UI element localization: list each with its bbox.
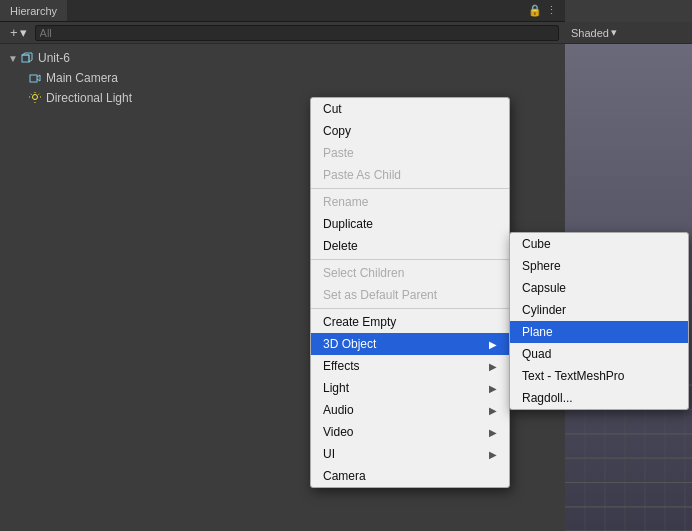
effects-label: Effects [323,359,359,373]
select-children-label: Select Children [323,266,404,280]
sphere-label: Sphere [522,259,561,273]
menu-item-effects[interactable]: Effects ▶ [311,355,509,377]
hierarchy-item-unit6[interactable]: ▼ Unit-6 [0,48,565,68]
svg-line-8 [39,94,40,95]
submenu-item-cube[interactable]: Cube [510,233,688,255]
menu-item-rename[interactable]: Rename [311,191,509,213]
light-label: Light [323,381,349,395]
hierarchy-label: Hierarchy [10,5,57,17]
svg-rect-1 [30,75,37,82]
shaded-arrow: ▾ [611,26,617,39]
expand-arrow: ▼ [8,53,20,64]
hierarchy-tab[interactable]: Hierarchy [0,0,67,21]
plane-label: Plane [522,325,553,339]
lock-icon[interactable]: 🔒 [528,4,542,17]
menu-item-light[interactable]: Light ▶ [311,377,509,399]
menu-item-paste[interactable]: Paste [311,142,509,164]
light-icon [28,91,42,105]
top-bar-actions: 🔒 ⋮ [528,4,565,17]
paste-label: Paste [323,146,354,160]
menu-item-video[interactable]: Video ▶ [311,421,509,443]
svg-line-7 [31,94,32,95]
dropdown-arrow: ▾ [20,25,27,40]
submenu-item-ragdoll[interactable]: Ragdoll... [510,387,688,409]
menu-item-audio[interactable]: Audio ▶ [311,399,509,421]
submenu-item-quad[interactable]: Quad [510,343,688,365]
camera-label: Camera [323,469,366,483]
hierarchy-toolbar: + ▾ [0,22,565,44]
3d-object-label: 3D Object [323,337,376,351]
create-empty-label: Create Empty [323,315,396,329]
duplicate-label: Duplicate [323,217,373,231]
top-bar: Hierarchy 🔒 ⋮ [0,0,565,22]
item-label: Directional Light [46,91,132,105]
paste-child-label: Paste As Child [323,168,401,182]
effects-arrow: ▶ [489,361,497,372]
hierarchy-item-maincamera[interactable]: Main Camera [0,68,565,88]
separator-1 [311,188,509,189]
quad-label: Quad [522,347,551,361]
capsule-label: Capsule [522,281,566,295]
shaded-dropdown[interactable]: Shaded ▾ [571,26,617,39]
text-textmeshpro-label: Text - TextMeshPro [522,369,624,383]
add-button[interactable]: + ▾ [6,23,31,42]
menu-item-delete[interactable]: Delete [311,235,509,257]
separator-3 [311,308,509,309]
menu-item-select-children[interactable]: Select Children [311,262,509,284]
add-label: + [10,25,18,40]
menu-item-create-empty[interactable]: Create Empty [311,311,509,333]
cut-label: Cut [323,102,342,116]
submenu-item-text-textmeshpro[interactable]: Text - TextMeshPro [510,365,688,387]
context-menu[interactable]: Cut Copy Paste Paste As Child Rename Dup… [310,97,510,488]
video-label: Video [323,425,353,439]
menu-item-cut[interactable]: Cut [311,98,509,120]
submenu-item-cylinder[interactable]: Cylinder [510,299,688,321]
shaded-label: Shaded [571,27,609,39]
ui-label: UI [323,447,335,461]
submenu-item-plane[interactable]: Plane [510,321,688,343]
copy-label: Copy [323,124,351,138]
menu-item-camera[interactable]: Camera [311,465,509,487]
search-input[interactable] [35,25,559,41]
camera-icon [28,71,42,85]
submenu-item-sphere[interactable]: Sphere [510,255,688,277]
svg-point-2 [33,95,38,100]
audio-label: Audio [323,403,354,417]
video-arrow: ▶ [489,427,497,438]
ui-arrow: ▶ [489,449,497,460]
delete-label: Delete [323,239,358,253]
menu-item-3d-object[interactable]: 3D Object ▶ [311,333,509,355]
submenu-item-capsule[interactable]: Capsule [510,277,688,299]
svg-rect-0 [22,55,29,62]
rename-label: Rename [323,195,368,209]
menu-item-ui[interactable]: UI ▶ [311,443,509,465]
separator-2 [311,259,509,260]
ragdoll-label: Ragdoll... [522,391,573,405]
audio-arrow: ▶ [489,405,497,416]
cube-icon [20,51,34,65]
item-label: Unit-6 [38,51,70,65]
menu-item-set-default-parent[interactable]: Set as Default Parent [311,284,509,306]
item-label: Main Camera [46,71,118,85]
menu-item-paste-as-child[interactable]: Paste As Child [311,164,509,186]
light-arrow: ▶ [489,383,497,394]
more-options-icon[interactable]: ⋮ [546,4,557,17]
submenu-3d-object[interactable]: Cube Sphere Capsule Cylinder Plane Quad … [509,232,689,410]
submenu-arrow: ▶ [489,339,497,350]
menu-item-copy[interactable]: Copy [311,120,509,142]
menu-item-duplicate[interactable]: Duplicate [311,213,509,235]
cylinder-label: Cylinder [522,303,566,317]
set-default-parent-label: Set as Default Parent [323,288,437,302]
cube-label: Cube [522,237,551,251]
shaded-bar: Shaded ▾ [565,22,692,44]
